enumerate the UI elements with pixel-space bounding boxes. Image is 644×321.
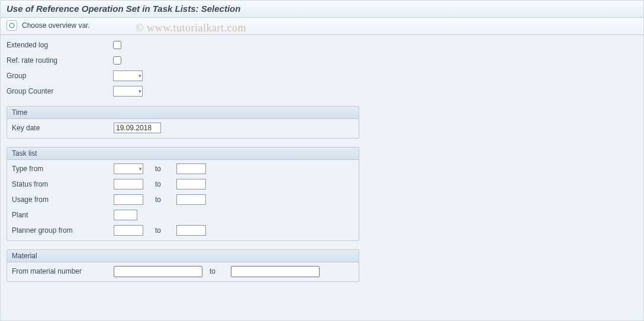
group-counter-input[interactable] bbox=[113, 86, 143, 97]
group-input[interactable] bbox=[113, 70, 143, 81]
tasklist-group: Task list Type from ▾ to Status from to … bbox=[7, 147, 359, 241]
usage-to-input[interactable] bbox=[176, 194, 206, 205]
material-group: Material From material number to bbox=[7, 249, 359, 282]
execute-icon[interactable] bbox=[7, 20, 17, 31]
status-from-input[interactable] bbox=[114, 179, 143, 190]
type-to-input[interactable] bbox=[176, 163, 206, 174]
material-group-header: Material bbox=[7, 250, 359, 262]
planner-group-from-input[interactable] bbox=[114, 225, 143, 236]
to-label: to bbox=[155, 180, 173, 188]
type-from-label: Type from bbox=[12, 165, 114, 173]
to-label: to bbox=[155, 195, 173, 204]
svg-point-0 bbox=[9, 23, 14, 28]
extended-log-checkbox[interactable] bbox=[113, 41, 121, 49]
choose-overview-button[interactable]: Choose overview var. bbox=[22, 21, 90, 30]
time-group: Time Key date bbox=[7, 106, 359, 139]
key-date-input[interactable] bbox=[114, 123, 161, 133]
group-label: Group bbox=[7, 72, 113, 80]
time-group-header: Time bbox=[7, 107, 359, 119]
ref-rate-routing-label: Ref. rate routing bbox=[7, 56, 113, 65]
plant-label: Plant bbox=[12, 211, 114, 219]
to-label: to bbox=[155, 226, 173, 235]
from-material-label: From material number bbox=[12, 267, 114, 275]
tasklist-group-header: Task list bbox=[7, 147, 359, 160]
extended-log-label: Extended log bbox=[7, 41, 113, 49]
usage-from-label: Usage from bbox=[12, 195, 114, 204]
group-counter-label: Group Counter bbox=[7, 87, 113, 95]
usage-from-input[interactable] bbox=[114, 194, 143, 205]
to-material-input[interactable] bbox=[231, 266, 320, 277]
selection-form: Extended log Ref. rate routing Group ▾ G… bbox=[1, 35, 643, 288]
toolbar: Choose overview var. bbox=[1, 18, 643, 35]
status-to-input[interactable] bbox=[176, 179, 206, 190]
ref-rate-routing-checkbox[interactable] bbox=[113, 56, 121, 65]
page-title: Use of Reference Operation Set in Task L… bbox=[1, 1, 643, 18]
type-from-input[interactable] bbox=[114, 163, 143, 174]
from-material-input[interactable] bbox=[114, 266, 202, 277]
planner-group-to-input[interactable] bbox=[176, 225, 206, 236]
to-label: to bbox=[155, 165, 173, 173]
plant-input[interactable] bbox=[114, 210, 137, 220]
status-from-label: Status from bbox=[12, 180, 114, 188]
key-date-label: Key date bbox=[12, 124, 114, 132]
to-label: to bbox=[210, 267, 227, 275]
planner-group-from-label: Planner group from bbox=[12, 226, 114, 235]
